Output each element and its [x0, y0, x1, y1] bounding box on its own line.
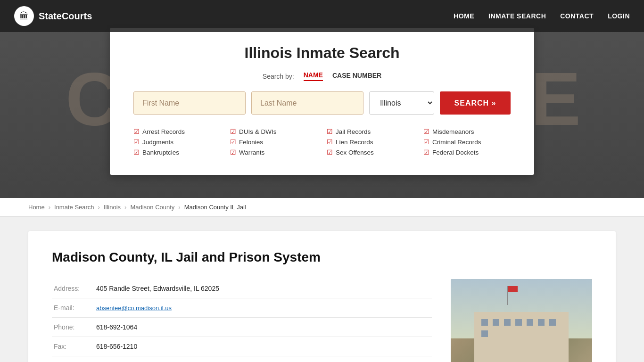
breadcrumb-sep: ›: [49, 204, 50, 211]
email-link[interactable]: absentee@co.madison.il.us: [96, 304, 172, 312]
fax-label: Fax:: [52, 337, 94, 356]
checkbox-label: Misdemeanors: [432, 128, 474, 135]
checkbox-label: Federal Dockets: [432, 149, 479, 156]
logo-icon: 🏛: [14, 6, 34, 26]
content-inner: Address: 405 Randle Street, Edwardsville…: [52, 279, 592, 362]
last-name-input[interactable]: [251, 91, 363, 115]
search-by-row: Search by: NAME CASE NUMBER: [133, 71, 511, 81]
info-table: Address: 405 Randle Street, Edwardsville…: [52, 279, 432, 362]
address-label: Address:: [52, 279, 94, 298]
checkboxes-grid: ☑ Arrest Records ☑ DUIs & DWIs ☑ Jail Re…: [133, 128, 511, 156]
building-window: [493, 319, 499, 326]
website-label: Website:: [52, 356, 94, 362]
checkbox-judgments: ☑ Judgments: [133, 138, 221, 146]
tab-name[interactable]: NAME: [304, 71, 323, 81]
check-icon: ☑: [230, 138, 236, 146]
check-icon: ☑: [133, 138, 140, 146]
main-content: Madison County, IL Jail and Prison Syste…: [0, 217, 644, 362]
logo[interactable]: 🏛 StateCourts: [14, 6, 92, 26]
checkbox-label: Sex Offenses: [336, 149, 374, 156]
checkbox-label: Judgments: [142, 139, 173, 146]
check-icon: ☑: [423, 148, 429, 156]
address-row: Address: 405 Randle Street, Edwardsville…: [52, 279, 432, 298]
checkbox-label: Jail Records: [336, 128, 371, 135]
breadcrumb: Home › Inmate Search › Illinois › Madiso…: [0, 198, 644, 217]
nav-inmate-search[interactable]: INMATE SEARCH: [488, 12, 546, 20]
building-window: [515, 319, 522, 326]
checkbox-sex-offenses: ☑ Sex Offenses: [327, 148, 414, 156]
breadcrumb-sep: ›: [124, 204, 126, 211]
checkbox-misdemeanors: ☑ Misdemeanors: [423, 128, 511, 135]
checkbox-label: Criminal Records: [432, 139, 481, 146]
building-window: [504, 319, 511, 326]
state-select[interactable]: Illinois Alabama Alaska Arizona Arkansas…: [369, 91, 434, 115]
address-value: 405 Randle Street, Edwardsville, IL 6202…: [94, 279, 432, 298]
building-window: [527, 319, 533, 326]
breadcrumb-current: Madison County IL Jail: [184, 204, 246, 211]
check-icon: ☑: [133, 128, 140, 135]
main-nav: HOME INMATE SEARCH CONTACT LOGIN: [454, 12, 630, 20]
logo-text: StateCourts: [39, 11, 92, 22]
building-windows: [474, 312, 569, 344]
page-heading: Madison County, IL Jail and Prison Syste…: [52, 250, 592, 265]
checkbox-lien-records: ☑ Lien Records: [327, 138, 414, 146]
phone-label: Phone:: [52, 318, 94, 337]
content-card: Madison County, IL Jail and Prison Syste…: [28, 231, 616, 362]
tab-case-number[interactable]: CASE NUMBER: [332, 72, 381, 81]
check-icon: ☑: [423, 138, 429, 146]
website-row: Website: http://www.co.madison.il.us/dep…: [52, 356, 432, 362]
jail-image: MADISON COUNTY JAIL: [451, 279, 592, 362]
nav-contact[interactable]: CONTACT: [560, 12, 594, 20]
fax-row: Fax: 618-656-1210: [52, 337, 432, 356]
phone-row: Phone: 618-692-1064: [52, 318, 432, 337]
nav-home[interactable]: HOME: [454, 12, 474, 20]
checkbox-label: Arrest Records: [142, 128, 185, 135]
breadcrumb-inmate-search[interactable]: Inmate Search: [54, 204, 94, 211]
phone-value: 618-692-1064: [94, 318, 432, 337]
check-icon: ☑: [133, 148, 140, 156]
check-icon: ☑: [423, 128, 429, 135]
checkbox-bankruptcies: ☑ Bankruptcies: [133, 148, 221, 156]
flag: [508, 286, 518, 292]
check-icon: ☑: [327, 128, 333, 135]
check-icon: ☑: [327, 138, 333, 146]
breadcrumb-home[interactable]: Home: [28, 204, 45, 211]
email-value: absentee@co.madison.il.us: [94, 298, 432, 318]
search-by-label: Search by:: [263, 73, 294, 80]
checkbox-label: Warrants: [239, 149, 264, 156]
email-label: E-mail:: [52, 298, 94, 318]
checkbox-label: DUIs & DWIs: [239, 128, 277, 135]
check-icon: ☑: [230, 148, 236, 156]
first-name-input[interactable]: [133, 91, 246, 115]
breadcrumb-madison-county[interactable]: Madison County: [130, 204, 174, 211]
checkbox-criminal-records: ☑ Criminal Records: [423, 138, 511, 146]
content-text: Address: 405 Randle Street, Edwardsville…: [52, 279, 432, 362]
checkbox-arrest-records: ☑ Arrest Records: [133, 128, 221, 135]
check-icon: ☑: [230, 128, 236, 135]
checkbox-label: Lien Records: [336, 139, 373, 146]
check-icon: ☑: [327, 148, 333, 156]
checkbox-warrants: ☑ Warrants: [230, 148, 317, 156]
breadcrumb-illinois[interactable]: Illinois: [104, 204, 121, 211]
checkbox-jail-records: ☑ Jail Records: [327, 128, 414, 135]
building-window: [481, 330, 488, 337]
building: [474, 312, 569, 362]
nav-login[interactable]: LOGIN: [608, 12, 630, 20]
checkbox-felonies: ☑ Felonies: [230, 138, 317, 146]
website-value: http://www.co.madison.il.us/departments/…: [94, 356, 432, 362]
checkbox-duis-dwis: ☑ DUIs & DWIs: [230, 128, 317, 135]
building-window: [538, 319, 545, 326]
checkbox-label: Bankruptcies: [142, 149, 179, 156]
checkbox-label: Felonies: [239, 139, 263, 146]
search-inputs-row: Illinois Alabama Alaska Arizona Arkansas…: [133, 91, 511, 115]
checkbox-federal-dockets: ☑ Federal Dockets: [423, 148, 511, 156]
search-button[interactable]: SEARCH »: [440, 91, 511, 115]
email-row: E-mail: absentee@co.madison.il.us: [52, 298, 432, 318]
building-window: [481, 319, 488, 326]
breadcrumb-sep: ›: [98, 204, 100, 211]
fax-value: 618-656-1210: [94, 337, 432, 356]
search-card-title: Illinois Inmate Search: [133, 44, 511, 62]
jail-image-inner: MADISON COUNTY JAIL: [451, 279, 592, 362]
header: 🏛 StateCourts HOME INMATE SEARCH CONTACT…: [0, 0, 644, 32]
building-window: [549, 319, 556, 326]
